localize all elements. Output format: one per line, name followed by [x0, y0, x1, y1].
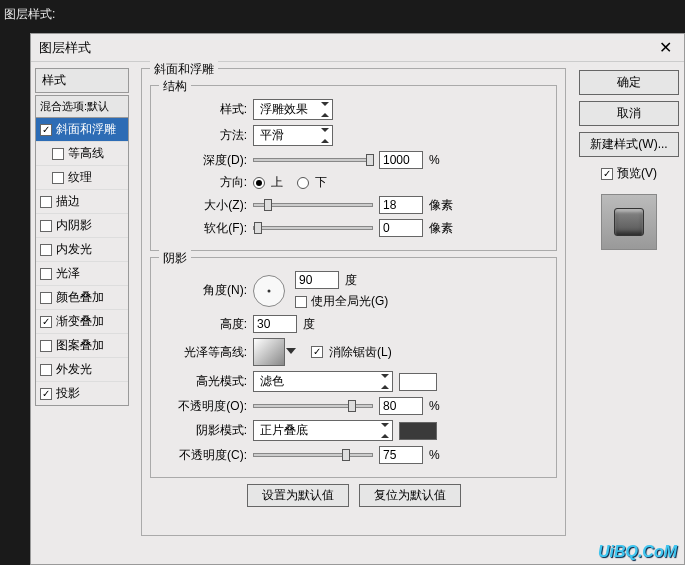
- style-checkbox[interactable]: [40, 268, 52, 280]
- global-light-label: 使用全局光(G): [311, 293, 388, 310]
- style-item[interactable]: 外发光: [36, 358, 128, 382]
- angle-value[interactable]: 90: [295, 271, 339, 289]
- style-item-label: 纹理: [68, 169, 92, 186]
- direction-label: 方向:: [159, 174, 247, 191]
- blend-options[interactable]: 混合选项:默认: [35, 95, 129, 118]
- reset-default-button[interactable]: 复位为默认值: [359, 484, 461, 507]
- style-item-label: 光泽: [56, 265, 80, 282]
- style-item-label: 外发光: [56, 361, 92, 378]
- method-label: 方法:: [159, 127, 247, 144]
- size-unit: 像素: [429, 197, 453, 214]
- style-item[interactable]: 投影: [36, 382, 128, 405]
- style-item[interactable]: 斜面和浮雕: [36, 118, 128, 142]
- page-label: 图层样式:: [0, 0, 685, 29]
- style-item-label: 渐变叠加: [56, 313, 104, 330]
- shadow-opacity-label: 不透明度(C):: [159, 447, 247, 464]
- size-value[interactable]: 18: [379, 196, 423, 214]
- style-item[interactable]: 内发光: [36, 238, 128, 262]
- size-label: 大小(Z):: [159, 197, 247, 214]
- style-item[interactable]: 颜色叠加: [36, 286, 128, 310]
- soften-value[interactable]: 0: [379, 219, 423, 237]
- direction-down-radio[interactable]: [297, 177, 309, 189]
- ok-button[interactable]: 确定: [579, 70, 679, 95]
- style-item-label: 等高线: [68, 145, 104, 162]
- highlight-color-swatch[interactable]: [399, 373, 437, 391]
- highlight-mode-label: 高光模式:: [159, 373, 247, 390]
- style-checkbox[interactable]: [40, 220, 52, 232]
- style-checkbox[interactable]: [40, 388, 52, 400]
- style-checkbox[interactable]: [40, 244, 52, 256]
- style-item-label: 投影: [56, 385, 80, 402]
- bevel-emboss-group: 斜面和浮雕 结构 样式: 浮雕效果 方法: 平滑 深度(D): 1000: [141, 68, 566, 536]
- close-icon[interactable]: ✕: [655, 38, 676, 57]
- style-checkbox[interactable]: [40, 364, 52, 376]
- angle-control[interactable]: [253, 275, 285, 307]
- shading-label: 阴影: [159, 250, 191, 267]
- style-checkbox[interactable]: [40, 340, 52, 352]
- style-checkbox[interactable]: [40, 124, 52, 136]
- style-item-label: 内阴影: [56, 217, 92, 234]
- style-checkbox[interactable]: [40, 292, 52, 304]
- shadow-opacity-slider[interactable]: [253, 453, 373, 457]
- gloss-contour-label: 光泽等高线:: [159, 344, 247, 361]
- layer-style-dialog: 图层样式 ✕ 样式 混合选项:默认 斜面和浮雕等高线纹理描边内阴影内发光光泽颜色…: [30, 33, 685, 565]
- style-item[interactable]: 内阴影: [36, 214, 128, 238]
- style-checkbox[interactable]: [52, 148, 64, 160]
- right-buttons: 确定 取消 新建样式(W)... 预览(V): [574, 62, 684, 564]
- altitude-unit: 度: [303, 316, 315, 333]
- shadow-mode-label: 阴影模式:: [159, 422, 247, 439]
- style-item-label: 颜色叠加: [56, 289, 104, 306]
- altitude-value[interactable]: 30: [253, 315, 297, 333]
- antialias-checkbox[interactable]: [311, 346, 323, 358]
- highlight-opacity-label: 不透明度(O):: [159, 398, 247, 415]
- gloss-contour-picker[interactable]: [253, 338, 285, 366]
- shadow-mode-select[interactable]: 正片叠底: [253, 420, 393, 441]
- global-light-checkbox[interactable]: [295, 296, 307, 308]
- style-checkbox[interactable]: [40, 316, 52, 328]
- altitude-label: 高度:: [159, 316, 247, 333]
- new-style-button[interactable]: 新建样式(W)...: [579, 132, 679, 157]
- soften-label: 软化(F):: [159, 220, 247, 237]
- styles-header[interactable]: 样式: [35, 68, 129, 93]
- style-select[interactable]: 浮雕效果: [253, 99, 333, 120]
- angle-unit: 度: [345, 272, 357, 289]
- style-item[interactable]: 光泽: [36, 262, 128, 286]
- size-slider[interactable]: [253, 203, 373, 207]
- style-item-label: 描边: [56, 193, 80, 210]
- dialog-title: 图层样式: [39, 39, 91, 57]
- preview-checkbox[interactable]: [601, 168, 613, 180]
- shadow-opacity-value[interactable]: 75: [379, 446, 423, 464]
- highlight-opacity-value[interactable]: 80: [379, 397, 423, 415]
- highlight-mode-select[interactable]: 滤色: [253, 371, 393, 392]
- depth-slider[interactable]: [253, 158, 373, 162]
- angle-label: 角度(N):: [159, 282, 247, 299]
- set-default-button[interactable]: 设置为默认值: [247, 484, 349, 507]
- titlebar: 图层样式 ✕: [31, 34, 684, 62]
- depth-value[interactable]: 1000: [379, 151, 423, 169]
- style-list: 斜面和浮雕等高线纹理描边内阴影内发光光泽颜色叠加渐变叠加图案叠加外发光投影: [35, 118, 129, 406]
- style-item[interactable]: 描边: [36, 190, 128, 214]
- style-item-label: 斜面和浮雕: [56, 121, 116, 138]
- direction-down-label: 下: [315, 174, 327, 191]
- preview-thumbnail: [601, 194, 657, 250]
- style-item[interactable]: 图案叠加: [36, 334, 128, 358]
- style-checkbox[interactable]: [52, 172, 64, 184]
- direction-up-radio[interactable]: [253, 177, 265, 189]
- watermark: UiBQ.CoM: [598, 543, 677, 561]
- group-title: 斜面和浮雕: [150, 61, 218, 78]
- method-select[interactable]: 平滑: [253, 125, 333, 146]
- style-checkbox[interactable]: [40, 196, 52, 208]
- highlight-opacity-slider[interactable]: [253, 404, 373, 408]
- preview-label: 预览(V): [617, 165, 657, 182]
- style-item[interactable]: 等高线: [36, 142, 128, 166]
- style-label: 样式:: [159, 101, 247, 118]
- settings-panel: 斜面和浮雕 结构 样式: 浮雕效果 方法: 平滑 深度(D): 1000: [133, 62, 574, 564]
- cancel-button[interactable]: 取消: [579, 101, 679, 126]
- shadow-opacity-unit: %: [429, 448, 440, 462]
- antialias-label: 消除锯齿(L): [329, 344, 392, 361]
- style-item-label: 内发光: [56, 241, 92, 258]
- soften-slider[interactable]: [253, 226, 373, 230]
- shadow-color-swatch[interactable]: [399, 422, 437, 440]
- style-item[interactable]: 渐变叠加: [36, 310, 128, 334]
- style-item[interactable]: 纹理: [36, 166, 128, 190]
